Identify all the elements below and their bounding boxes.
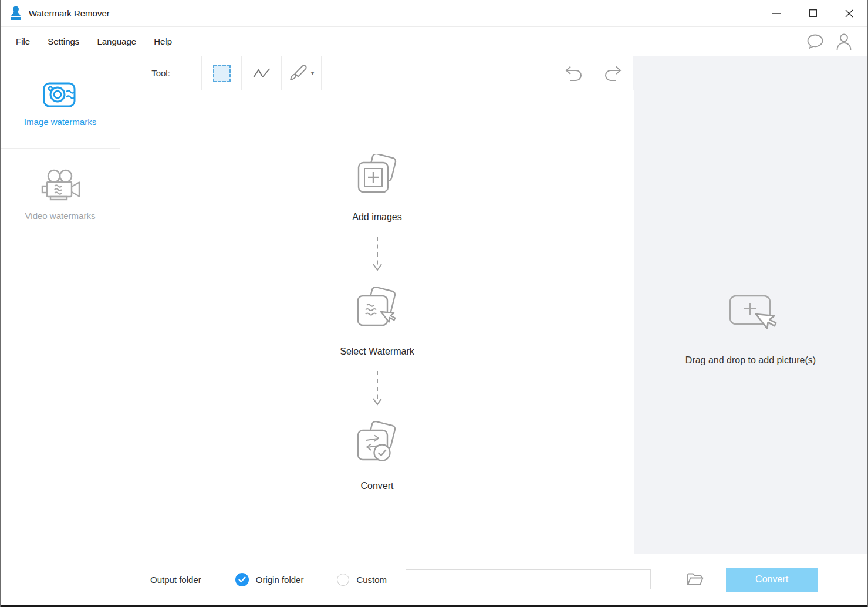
toolbar: Tool:: [120, 56, 867, 90]
add-images-icon: [354, 154, 400, 196]
convert-icon: [354, 421, 401, 465]
drop-zone[interactable]: Drag and drop to add picture(s): [634, 90, 867, 554]
step-select-watermark: Select Watermark: [340, 287, 414, 357]
camera-icon: [42, 78, 79, 109]
menu-help[interactable]: Help: [153, 34, 173, 49]
main-area: Tool:: [120, 56, 867, 605]
undo-button[interactable]: [553, 56, 593, 90]
toolbar-spacer: [321, 56, 553, 90]
tool-label: Tool:: [151, 68, 170, 78]
add-picture-cursor-icon: [724, 293, 777, 340]
origin-folder-radio-label: Origin folder: [256, 575, 304, 585]
sidebar: Image watermarks Vide: [1, 56, 120, 605]
menu-bar: File Settings Language Help: [1, 27, 867, 56]
custom-folder-radio[interactable]: Custom: [337, 574, 387, 586]
browse-folder-button[interactable]: [686, 572, 704, 587]
select-watermark-icon: [354, 287, 400, 331]
origin-folder-radio[interactable]: Origin folder: [235, 573, 304, 586]
flow-arrow-down-icon: [371, 236, 384, 274]
brush-dropdown-caret-icon: ▾: [311, 69, 315, 77]
drop-zone-label: Drag and drop to add picture(s): [685, 355, 816, 366]
polyline-tool-button[interactable]: [241, 56, 281, 90]
step-label: Convert: [360, 481, 393, 491]
account-user-icon[interactable]: [836, 33, 852, 50]
workflow-canvas: Add images: [120, 90, 634, 554]
custom-path-input[interactable]: [406, 569, 651, 589]
brush-tool-button[interactable]: ▾: [281, 56, 321, 90]
step-label: Select Watermark: [340, 346, 414, 357]
step-convert: Convert: [354, 421, 401, 491]
menu-language[interactable]: Language: [96, 34, 137, 49]
sidebar-item-label: Image watermarks: [24, 117, 96, 127]
flow-arrow-down-icon: [371, 370, 384, 408]
polyline-icon: [252, 67, 271, 80]
window-bottom-edge: [1, 605, 867, 607]
rectangle-select-tool-button[interactable]: [201, 56, 241, 90]
app-logo-stamp-icon: [9, 6, 23, 21]
maximize-button[interactable]: [795, 0, 831, 26]
redo-icon: [603, 65, 624, 82]
radio-unchecked-icon: [337, 574, 349, 586]
sidebar-item-label: Video watermarks: [25, 211, 96, 221]
sidebar-item-video-watermarks[interactable]: Video watermarks: [1, 149, 120, 241]
convert-button[interactable]: Convert: [726, 568, 818, 592]
menu-file[interactable]: File: [15, 34, 31, 49]
sidebar-item-image-watermarks[interactable]: Image watermarks: [1, 56, 120, 149]
undo-icon: [563, 65, 584, 82]
custom-folder-radio-label: Custom: [356, 575, 387, 585]
video-camera-icon: [39, 168, 82, 203]
step-label: Add images: [352, 212, 402, 222]
output-folder-label: Output folder: [150, 575, 201, 585]
radio-checked-icon: [235, 573, 249, 586]
feedback-chat-icon[interactable]: [806, 33, 824, 49]
output-footer: Output folder Origin folder Custom: [120, 554, 867, 605]
window-controls: [758, 0, 867, 26]
step-add-images[interactable]: Add images: [352, 154, 402, 222]
title-bar: Watermark Remover: [1, 0, 867, 27]
redo-button[interactable]: [593, 56, 633, 90]
app-window: Watermark Remover File Settings Language…: [0, 0, 868, 607]
window-title: Watermark Remover: [29, 8, 110, 18]
menu-settings[interactable]: Settings: [46, 34, 80, 49]
toolbar-gray-cap: [633, 56, 867, 90]
close-button[interactable]: [831, 0, 867, 26]
minimize-button[interactable]: [758, 0, 795, 26]
brush-icon: [289, 64, 308, 83]
rectangle-select-icon: [213, 65, 231, 82]
